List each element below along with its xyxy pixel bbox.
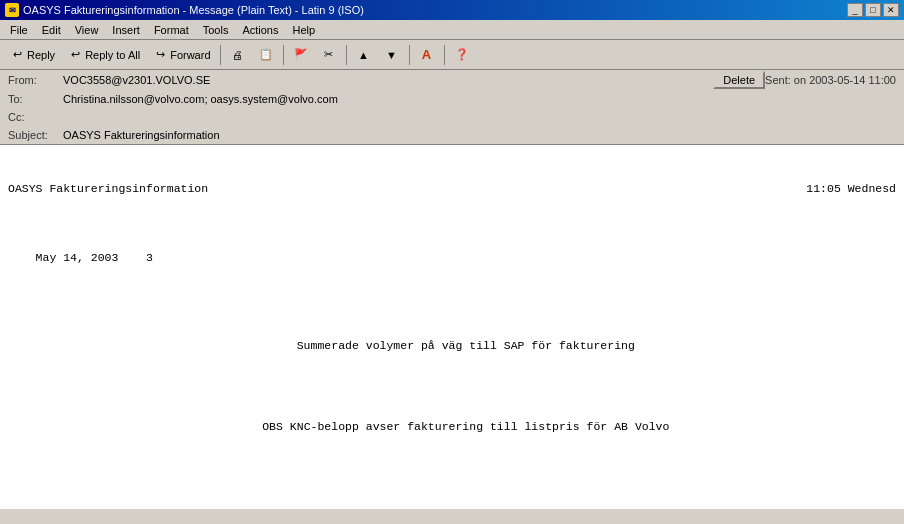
reply-icon: ↩ <box>9 47 25 63</box>
menu-view[interactable]: View <box>69 23 105 37</box>
from-label: From: <box>8 74 63 86</box>
email-header: From: VOC3558@v2301.VOLVO.SE Delete Sent… <box>0 70 904 145</box>
menu-edit[interactable]: Edit <box>36 23 67 37</box>
maximize-button[interactable]: □ <box>865 3 881 17</box>
subject-row: Subject: OASYS Faktureringsinformation <box>0 126 904 144</box>
minimize-button[interactable]: _ <box>847 3 863 17</box>
toolbar-sep-4 <box>409 45 410 65</box>
sent-datetime: on 2003-05-14 11:00 <box>794 74 896 86</box>
prev-button[interactable]: ▲ <box>351 43 377 67</box>
title-bar: ✉ OASYS Faktureringsinformation - Messag… <box>0 0 904 20</box>
menu-tools[interactable]: Tools <box>197 23 235 37</box>
reply-label: Reply <box>27 49 55 61</box>
delete-icon: ✂ <box>321 47 337 63</box>
reply-all-label: Reply to All <box>85 49 140 61</box>
address-icon: A <box>419 47 435 63</box>
sent-label: Sent: <box>765 74 791 86</box>
to-label: To: <box>8 93 63 105</box>
print-button[interactable]: 🖨 <box>225 43 251 67</box>
address-button[interactable]: A <box>414 43 440 67</box>
menu-insert[interactable]: Insert <box>106 23 146 37</box>
toolbar-sep-2 <box>283 45 284 65</box>
toolbar-sep-5 <box>444 45 445 65</box>
to-value: Christina.nilsson@volvo.com; oasys.syste… <box>63 93 896 105</box>
forward-button[interactable]: ↪ Forward <box>147 43 215 67</box>
msg-time: 11:05 Wednesd <box>806 181 896 197</box>
from-value: VOC3558@v2301.VOLVO.SE <box>63 74 703 86</box>
toolbar-sep-3 <box>346 45 347 65</box>
forward-label: Forward <box>170 49 210 61</box>
delete-toolbar-button[interactable]: ✂ <box>316 43 342 67</box>
toolbar: ↩ Reply ↩ Reply to All ↪ Forward 🖨 📋 🚩 ✂… <box>0 40 904 70</box>
from-row: From: VOC3558@v2301.VOLVO.SE Delete Sent… <box>0 70 904 90</box>
date-line: May 14, 2003 3 <box>8 233 896 281</box>
subtitle2: OBS KNC-belopp avser fakturering till li… <box>8 402 896 450</box>
print-icon: 🖨 <box>230 47 246 63</box>
app-icon: ✉ <box>5 3 19 17</box>
copy-button[interactable]: 📋 <box>253 43 279 67</box>
delete-button[interactable]: Delete <box>713 71 765 89</box>
window-title: OASYS Faktureringsinformation - Message … <box>23 4 364 16</box>
next-button[interactable]: ▼ <box>379 43 405 67</box>
menu-file[interactable]: File <box>4 23 34 37</box>
menu-help[interactable]: Help <box>286 23 321 37</box>
date-value: May 14, 2003 3 <box>36 251 153 264</box>
msg-header-line: OASYS Faktureringsinformation 11:05 Wedn… <box>8 181 896 197</box>
toolbar-sep-1 <box>220 45 221 65</box>
flag-icon: 🚩 <box>293 47 309 63</box>
close-button[interactable]: ✕ <box>883 3 899 17</box>
subject-label: Subject: <box>8 129 63 141</box>
menu-bar: File Edit View Insert Format Tools Actio… <box>0 20 904 40</box>
cc-label: Cc: <box>8 111 63 123</box>
copy-icon: 📋 <box>258 47 274 63</box>
reply-all-icon: ↩ <box>67 47 83 63</box>
flag-button[interactable]: 🚩 <box>288 43 314 67</box>
msg-title: OASYS Faktureringsinformation <box>8 181 208 197</box>
reply-button[interactable]: ↩ Reply <box>4 43 60 67</box>
subject-value: OASYS Faktureringsinformation <box>63 129 896 141</box>
sent-value: Sent: on 2003-05-14 11:00 <box>765 74 896 86</box>
message-body: OASYS Faktureringsinformation 11:05 Wedn… <box>0 145 904 509</box>
menu-format[interactable]: Format <box>148 23 195 37</box>
cc-row: Cc: <box>0 108 904 126</box>
prev-icon: ▲ <box>356 47 372 63</box>
data-table-container: Activity Std KNC Källa Type Volym SSK KN… <box>8 493 896 509</box>
menu-actions[interactable]: Actions <box>236 23 284 37</box>
help-icon: ❓ <box>454 47 470 63</box>
forward-icon: ↪ <box>152 47 168 63</box>
subtitle1: Summerade volymer på väg till SAP för fa… <box>8 322 896 370</box>
window-controls[interactable]: _ □ ✕ <box>847 3 899 17</box>
next-icon: ▼ <box>384 47 400 63</box>
reply-all-button[interactable]: ↩ Reply to All <box>62 43 145 67</box>
to-row: To: Christina.nilsson@volvo.com; oasys.s… <box>0 90 904 108</box>
help-button[interactable]: ❓ <box>449 43 475 67</box>
